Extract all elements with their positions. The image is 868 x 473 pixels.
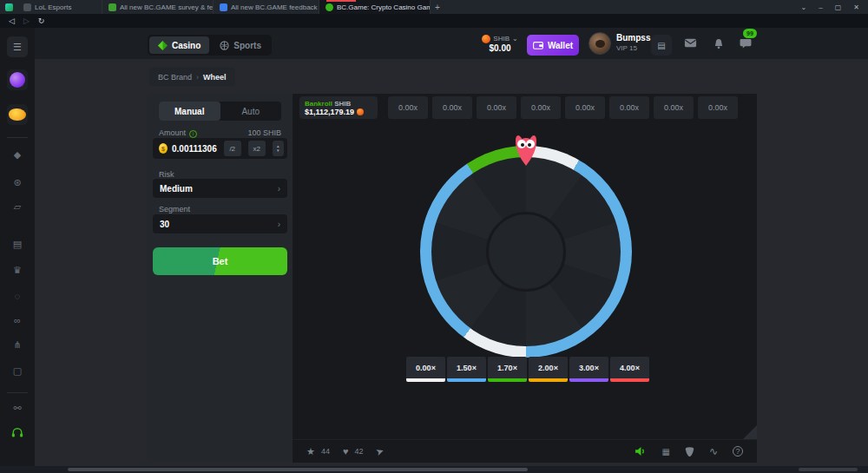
tab-bcgame-active[interactable]: BC.Game: Crypto Casino Games & ✕: [319, 0, 431, 14]
history-result[interactable]: 0.00x: [477, 96, 516, 119]
sidebar-divider: [7, 137, 28, 138]
scrollbar-thumb[interactable]: [68, 468, 528, 471]
bankroll-value: $1,112,179.19: [305, 108, 354, 116]
segment-value: 30: [160, 220, 169, 229]
sidebar-item-bonus[interactable]: ◌: [0, 291, 35, 301]
wheel-pointer-owl-icon: [511, 133, 541, 168]
tab-sports[interactable]: Sports: [211, 36, 270, 54]
sound-icon[interactable]: [635, 446, 647, 457]
bankroll-label: Bankroll: [305, 100, 332, 108]
sidebar-item-affiliate[interactable]: ⋔: [0, 339, 35, 351]
tab-lol-esports[interactable]: LoL Esports: [17, 0, 102, 14]
notifications-button[interactable]: [713, 38, 724, 49]
balance-value: $0.00: [489, 43, 510, 53]
tab-casino[interactable]: Casino: [149, 36, 209, 54]
tab-title: All new BC.GAME feedback: [231, 3, 318, 11]
tab-title: BC.Game: Crypto Casino Games &: [337, 3, 431, 11]
window-controls: ⌄ – ▢ ✕: [801, 0, 865, 14]
segment-select[interactable]: 30 ›: [153, 214, 287, 233]
help-icon[interactable]: ?: [733, 446, 743, 457]
amount-stepper[interactable]: ▴ ▾: [273, 141, 284, 156]
sidebar-item-racing[interactable]: ▤: [0, 239, 35, 250]
info-icon[interactable]: i: [189, 130, 197, 138]
forward-button[interactable]: ▷: [23, 16, 30, 25]
history-result[interactable]: 0.00x: [565, 96, 605, 119]
history-result[interactable]: 0.00x: [698, 96, 738, 119]
chevron-right-icon: ›: [278, 220, 280, 229]
history-result[interactable]: 0.00x: [388, 96, 428, 119]
tab-bcgame-feedback[interactable]: All new BC.GAME feedback: [214, 0, 319, 14]
sidebar-item-links[interactable]: ⚯: [0, 403, 35, 414]
history-result[interactable]: 0.00x: [432, 96, 472, 119]
fairness-seed-icon[interactable]: [685, 446, 694, 457]
currency-selector[interactable]: SHIB ⌄ $0.00: [476, 31, 524, 56]
sidebar-item-casino[interactable]: ◆: [0, 149, 35, 161]
sidebar-item-vip-club[interactable]: ♛: [0, 265, 35, 276]
legend-color-bar: [529, 378, 568, 382]
basketball-icon: [220, 41, 229, 50]
like-heart-icon[interactable]: ♥: [343, 446, 349, 457]
browser-tabbar: LoL Esports All new BC.GAME survey & fee…: [0, 0, 868, 14]
legend-color-bar: [610, 378, 649, 382]
tab-favicon: [23, 3, 31, 11]
tab-favicon: [108, 3, 116, 11]
wallet-button[interactable]: Wallet: [527, 35, 579, 56]
link-icon: ⚯: [13, 403, 21, 413]
minimize-button[interactable]: –: [819, 3, 822, 11]
risk-select[interactable]: Medium ›: [153, 179, 287, 198]
legend-color-bar: [406, 378, 445, 382]
sidebar-item-forum[interactable]: ▢: [0, 365, 35, 377]
casino-diamond-icon: [158, 41, 168, 50]
currency-code: SHIB: [493, 35, 510, 43]
segment-label: Segment: [159, 205, 190, 214]
double-bet-button[interactable]: x2: [248, 141, 266, 156]
favorite-star-icon[interactable]: ★: [306, 446, 315, 457]
rings-icon: ∞: [14, 315, 21, 325]
sidebar-rewards-button[interactable]: [7, 104, 28, 125]
breadcrumb-current: Wheel: [203, 73, 227, 82]
close-window-button[interactable]: ✕: [853, 3, 859, 11]
leaderboard-button[interactable]: ▤: [651, 35, 672, 56]
tab-bcgame-survey[interactable]: All new BC.GAME survey & feedback r: [102, 0, 214, 14]
sidebar-item-lottery[interactable]: ▱: [0, 201, 35, 213]
maximize-button[interactable]: ▢: [835, 3, 842, 11]
history-result[interactable]: 0.00x: [654, 96, 694, 119]
tab-search-icon[interactable]: ⌄: [801, 3, 807, 11]
breadcrumb-parent[interactable]: BC Brand: [158, 73, 192, 82]
sidebar-item-support[interactable]: [0, 427, 35, 438]
username: Bumpss: [616, 33, 650, 43]
hotkeys-icon[interactable]: ▦: [661, 447, 669, 457]
amount-input[interactable]: $ 0.00111306 /2 x2 ▴ ▾: [153, 138, 287, 159]
risk-label: Risk: [159, 170, 174, 179]
back-button[interactable]: ◁: [9, 16, 15, 25]
legend-item: 2.00×: [529, 357, 568, 382]
segment-label-row: Segment: [159, 205, 281, 214]
resize-handle[interactable]: [743, 425, 757, 439]
scrollbar-thumb-right[interactable]: [799, 468, 858, 471]
history-result[interactable]: 0.00x: [609, 96, 649, 119]
step-down-icon[interactable]: ▾: [277, 148, 279, 153]
user-avatar[interactable]: [589, 32, 611, 55]
sidebar-promotions-button[interactable]: [7, 69, 28, 90]
sidebar-item-sports[interactable]: ⊛: [0, 177, 35, 188]
user-info[interactable]: Bumpss VIP 15: [616, 33, 650, 52]
new-tab-button[interactable]: +: [431, 0, 444, 14]
headset-icon: [11, 427, 23, 438]
tab-manual[interactable]: Manual: [159, 102, 220, 121]
messages-button[interactable]: [684, 38, 697, 48]
tab-favicon: [326, 3, 333, 11]
reload-button[interactable]: ↻: [38, 16, 45, 25]
tab-title: LoL Esports: [35, 3, 71, 11]
live-stats-icon[interactable]: ∿: [709, 445, 718, 457]
chat-button[interactable]: [740, 38, 752, 49]
bet-button[interactable]: Bet: [153, 247, 287, 275]
share-icon[interactable]: ➤: [374, 444, 385, 457]
wallet-icon: [533, 41, 543, 49]
sidebar-divider: [7, 392, 28, 393]
half-bet-button[interactable]: /2: [224, 141, 241, 156]
sidebar-menu-button[interactable]: ☰: [7, 36, 28, 57]
sidebar-item-challenges[interactable]: ∞: [0, 315, 35, 325]
tab-auto[interactable]: Auto: [220, 102, 282, 121]
history-result[interactable]: 0.00x: [521, 96, 561, 119]
crown-icon: ♛: [13, 265, 22, 275]
